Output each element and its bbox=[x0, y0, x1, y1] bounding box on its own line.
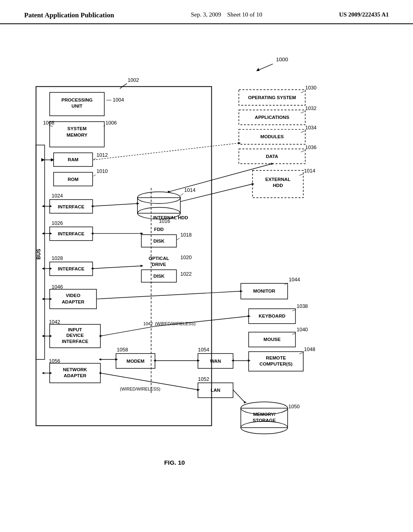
svg-line-35 bbox=[177, 238, 179, 240]
ref-1052: 1052 bbox=[198, 376, 209, 382]
svg-marker-20 bbox=[50, 298, 52, 300]
memory-storage-label2: STORAGE bbox=[253, 418, 276, 423]
video-adapter-label2: ADAPTER bbox=[62, 299, 85, 304]
wired-wireless2-text: (WIRED/WIRELESS) bbox=[120, 387, 160, 391]
ref-1014: 1014 bbox=[184, 187, 196, 193]
ref-1032: 1032 bbox=[305, 106, 317, 111]
external-hdd-label2: HDD bbox=[273, 183, 283, 188]
svg-line-72 bbox=[169, 164, 272, 192]
svg-line-58 bbox=[299, 352, 303, 354]
monitor-label: MONITOR bbox=[253, 288, 275, 293]
remote-computer-label2: COMPUTER(S) bbox=[259, 361, 292, 366]
fig-label: FIG. 10 bbox=[164, 459, 185, 466]
remote-computer-label1: REMOTE bbox=[266, 355, 286, 360]
svg-marker-54 bbox=[99, 358, 101, 361]
svg-marker-74 bbox=[271, 162, 274, 165]
svg-marker-40 bbox=[141, 265, 144, 267]
ref-1028: 1028 bbox=[52, 256, 63, 261]
wan-label: WAN bbox=[210, 358, 221, 364]
svg-marker-67 bbox=[244, 401, 247, 403]
header-left: Patent Application Publication bbox=[24, 11, 114, 19]
svg-marker-76 bbox=[238, 142, 241, 144]
ref-1036: 1036 bbox=[305, 145, 317, 150]
lan-label: LAN bbox=[211, 387, 220, 393]
ref-1054: 1054 bbox=[198, 347, 209, 353]
input-device-label3: INTERFACE bbox=[62, 339, 88, 344]
interface1-label: INTERFACE bbox=[58, 204, 85, 209]
ref-1018: 1018 bbox=[180, 232, 192, 238]
applications-label: APPLICATIONS bbox=[255, 114, 290, 120]
svg-marker-64 bbox=[99, 372, 101, 374]
svg-line-43 bbox=[96, 291, 241, 299]
page-header: Patent Application Publication Sep. 3, 2… bbox=[0, 0, 413, 24]
svg-marker-50 bbox=[99, 335, 101, 337]
svg-marker-1 bbox=[257, 68, 260, 71]
video-adapter-label1: VIDEO bbox=[66, 293, 80, 298]
memory-storage-label1: MEMORY/ bbox=[253, 411, 276, 417]
svg-line-47 bbox=[100, 326, 155, 336]
optical-drive-label2: DRIVE bbox=[152, 262, 166, 267]
modem-label: MODEM bbox=[127, 358, 144, 364]
ram-label: RAM bbox=[68, 157, 78, 162]
svg-marker-34 bbox=[252, 183, 254, 185]
ref-1016: 1016 bbox=[159, 218, 170, 224]
svg-marker-41 bbox=[91, 268, 94, 270]
ref-1002-label: 1002 bbox=[128, 77, 139, 83]
svg-line-32 bbox=[299, 174, 303, 175]
svg-marker-11 bbox=[42, 205, 44, 208]
ref-1038: 1038 bbox=[296, 303, 308, 309]
ref-1000-label: 1000 bbox=[276, 56, 288, 62]
network-adapter-label1: NETWORK bbox=[63, 367, 88, 372]
processing-unit-label2: UNIT bbox=[71, 103, 82, 108]
ref-1020: 1020 bbox=[180, 255, 192, 260]
svg-marker-56 bbox=[197, 360, 200, 362]
svg-marker-37 bbox=[141, 232, 144, 235]
input-device-label2: DEVICE bbox=[66, 332, 83, 338]
svg-marker-21 bbox=[42, 298, 44, 300]
svg-marker-14 bbox=[50, 232, 52, 235]
svg-marker-60 bbox=[248, 360, 251, 362]
interface2-label: INTERFACE bbox=[58, 231, 85, 236]
header-center: Sep. 3, 2009 Sheet 10 of 10 bbox=[191, 11, 262, 18]
bus-label: BUS bbox=[36, 249, 42, 260]
input-device-label1: INPUT bbox=[68, 327, 82, 332]
header-right: US 2009/222435 A1 bbox=[339, 11, 389, 18]
svg-marker-23 bbox=[50, 335, 52, 337]
svg-line-65 bbox=[284, 410, 288, 411]
operating-system-label: OPERATING SYSTEM bbox=[248, 95, 296, 100]
svg-line-75 bbox=[94, 143, 239, 160]
svg-line-39 bbox=[93, 266, 142, 269]
svg-marker-27 bbox=[42, 372, 44, 374]
system-memory-label2: MEMORY bbox=[67, 132, 88, 137]
ref-1056: 1056 bbox=[49, 358, 60, 364]
ref-1042: 1042 bbox=[49, 319, 60, 325]
ref-1008: 1008 bbox=[43, 120, 54, 126]
ref-1022: 1022 bbox=[180, 271, 192, 277]
svg-marker-53 bbox=[115, 358, 118, 361]
svg-line-69 bbox=[301, 112, 305, 113]
svg-marker-57 bbox=[153, 360, 156, 362]
system-memory-label1: SYSTEM bbox=[67, 126, 87, 131]
ref-1004: — 1004 bbox=[106, 97, 124, 103]
ref-ext-hdd: 1014 bbox=[304, 168, 315, 174]
ref-1048: 1048 bbox=[304, 347, 315, 352]
ref-1024: 1024 bbox=[52, 193, 63, 199]
wired-wireless1-text: (WIRED/WIRELESS) bbox=[155, 321, 195, 326]
svg-marker-24 bbox=[42, 335, 44, 337]
ref-1012: 1012 bbox=[96, 152, 108, 158]
disk1-label: DISK bbox=[153, 238, 165, 243]
processing-unit-label: PROCESSING bbox=[61, 97, 92, 102]
svg-marker-49 bbox=[248, 315, 251, 318]
keyboard-label: KEYBOARD bbox=[259, 313, 285, 318]
ref-1044: 1044 bbox=[289, 277, 300, 283]
mouse-label: MOUSE bbox=[263, 337, 281, 342]
data-label: DATA bbox=[266, 154, 278, 159]
ref-1058: 1058 bbox=[117, 347, 128, 353]
network-adapter-label2: ADAPTER bbox=[64, 373, 87, 378]
svg-marker-44 bbox=[240, 290, 243, 293]
external-hdd-label1: EXTERNAL bbox=[265, 177, 290, 182]
svg-line-29 bbox=[93, 204, 138, 206]
ref-1006: 1006 bbox=[105, 120, 117, 126]
ref-1040: 1040 bbox=[296, 327, 308, 332]
svg-marker-17 bbox=[50, 268, 52, 270]
